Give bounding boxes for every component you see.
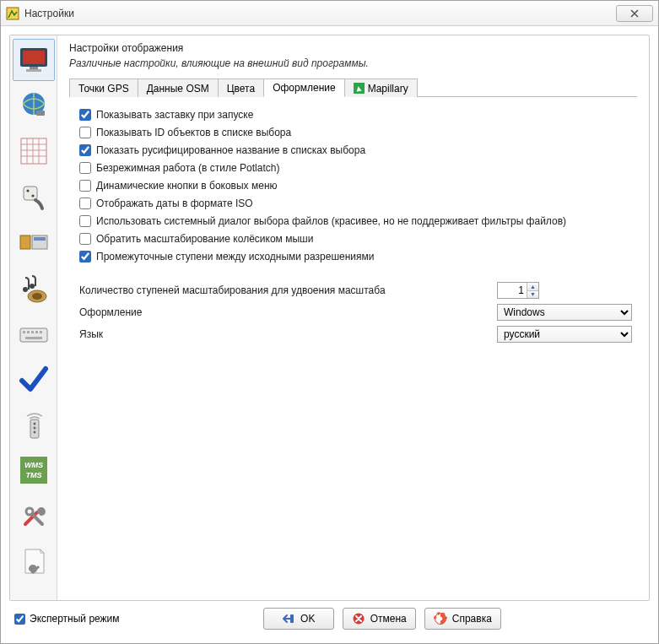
lang-label: Язык — [79, 328, 442, 340]
checkbox-modeless[interactable] — [79, 162, 91, 174]
content-area: Настройки отображения Различные настройк… — [57, 35, 649, 600]
category-advanced[interactable] — [13, 540, 55, 582]
tab-strip: Точки GPS Данные OSM Цвета Оформление ▲ … — [69, 78, 637, 97]
label-showid: Показывать ID объектов в списке выбора — [96, 127, 291, 138]
svg-rect-6 — [36, 111, 45, 116]
label-modeless: Безрежимная работа (в стиле Potlatch) — [96, 162, 279, 174]
tab-gps[interactable]: Точки GPS — [69, 78, 138, 97]
svg-point-15 — [30, 284, 35, 289]
svg-point-17 — [32, 293, 42, 300]
label-dynbuttons: Динамические кнопки в боковых меню — [96, 180, 278, 192]
category-wms-tms[interactable]: WMSTMS — [13, 449, 55, 491]
svg-rect-7 — [21, 138, 46, 164]
checkbox-reversewheel[interactable] — [79, 233, 91, 245]
category-audio[interactable] — [13, 267, 55, 309]
theme-label: Оформление — [79, 306, 442, 318]
cancel-icon — [352, 612, 365, 625]
checkbox-iso[interactable] — [79, 198, 91, 209]
svg-point-9 — [26, 189, 29, 192]
titlebar: Настройки — [1, 1, 658, 26]
expert-mode-wrap[interactable]: Экспертный режим — [14, 613, 120, 625]
svg-point-32 — [26, 508, 33, 515]
button-row: OK Отмена Справка — [120, 608, 645, 630]
label-splash: Показывать заставку при запуске — [96, 109, 253, 121]
tab-content: Показывать заставку при запуске Показыва… — [69, 97, 637, 348]
category-grid[interactable] — [13, 130, 55, 172]
ok-button[interactable]: OK — [263, 608, 334, 630]
mapillary-icon: ▲ — [354, 83, 365, 94]
svg-point-36 — [438, 617, 442, 621]
app-icon — [6, 7, 19, 20]
lang-select[interactable]: русский — [497, 326, 632, 343]
category-connection[interactable] — [13, 84, 55, 127]
svg-rect-13 — [34, 237, 46, 241]
svg-text:TMS: TMS — [25, 471, 41, 479]
svg-point-14 — [23, 287, 28, 292]
svg-rect-22 — [35, 331, 38, 333]
checkbox-splash[interactable] — [79, 109, 91, 121]
checkbox-localized[interactable] — [79, 144, 91, 156]
theme-select[interactable]: Windows — [497, 304, 632, 321]
checkbox-intermediate[interactable] — [79, 251, 91, 262]
category-validation[interactable] — [13, 358, 55, 400]
checkbox-sysdialog[interactable] — [79, 215, 91, 227]
window-title: Настройки — [24, 8, 616, 19]
svg-rect-23 — [40, 331, 42, 333]
help-icon — [434, 612, 447, 625]
checkbox-showid[interactable] — [79, 127, 91, 138]
category-sidebar: WMSTMS — [10, 35, 57, 600]
svg-rect-18 — [20, 328, 47, 342]
close-icon — [630, 9, 639, 18]
category-toolbar[interactable] — [13, 221, 55, 263]
label-localized: Показать русифицированное название в спи… — [96, 144, 365, 156]
zoom-steps-label: Количество ступеней масштабирования для … — [79, 284, 442, 296]
checkbox-dynbuttons[interactable] — [79, 180, 91, 192]
tab-styling[interactable]: Оформление — [263, 78, 344, 97]
label-sysdialog: Использовать системный диалог выбора фай… — [96, 215, 566, 227]
bottom-bar: Экспертный режим OK Отмена Справка — [9, 608, 650, 635]
cancel-button[interactable]: Отмена — [343, 608, 416, 630]
svg-rect-2 — [23, 51, 45, 64]
category-keyboard[interactable] — [13, 312, 55, 354]
expert-mode-checkbox[interactable] — [14, 614, 25, 625]
page-subtitle: Различные настройки, влияющие на внешний… — [69, 57, 637, 69]
tab-colors[interactable]: Цвета — [218, 78, 264, 97]
category-plugins[interactable] — [13, 176, 55, 218]
tab-osm[interactable]: Данные OSM — [138, 78, 219, 97]
category-display[interactable] — [13, 39, 55, 81]
svg-point-10 — [31, 194, 34, 197]
label-iso: Отображать даты в формате ISO — [96, 198, 253, 209]
settings-window: Настройки — [0, 0, 659, 644]
zoom-steps-spinner[interactable]: ▲ ▼ — [497, 282, 539, 299]
svg-point-28 — [33, 431, 35, 434]
svg-point-27 — [33, 427, 35, 430]
label-intermediate: Промежуточные ступени между исходными ра… — [96, 251, 375, 262]
label-reversewheel: Обратить масштабирование колёсиком мыши — [96, 233, 313, 245]
svg-rect-4 — [26, 69, 41, 72]
svg-rect-24 — [25, 337, 42, 339]
svg-rect-21 — [31, 331, 34, 333]
help-button[interactable]: Справка — [424, 608, 501, 630]
window-body: WMSTMS Настройки отображения Различные н… — [1, 26, 658, 643]
svg-rect-3 — [30, 67, 38, 69]
spin-up[interactable]: ▲ — [527, 283, 538, 291]
svg-point-26 — [33, 423, 35, 425]
main-panel: WMSTMS Настройки отображения Различные н… — [9, 35, 650, 601]
svg-rect-20 — [27, 331, 30, 333]
svg-rect-8 — [24, 187, 37, 200]
ok-icon — [282, 612, 295, 625]
zoom-steps-input[interactable] — [498, 283, 527, 298]
close-button[interactable] — [616, 5, 653, 22]
svg-rect-11 — [20, 235, 30, 249]
svg-text:WMS: WMS — [24, 461, 43, 469]
page-heading: Настройки отображения — [69, 42, 637, 54]
svg-rect-19 — [23, 331, 25, 333]
svg-rect-33 — [290, 614, 294, 623]
expert-mode-label: Экспертный режим — [30, 613, 120, 625]
category-tools[interactable] — [13, 495, 55, 537]
tab-mapillary[interactable]: ▲ Mapillary — [344, 78, 418, 97]
spin-down[interactable]: ▼ — [527, 291, 538, 299]
category-remote[interactable] — [13, 403, 55, 446]
